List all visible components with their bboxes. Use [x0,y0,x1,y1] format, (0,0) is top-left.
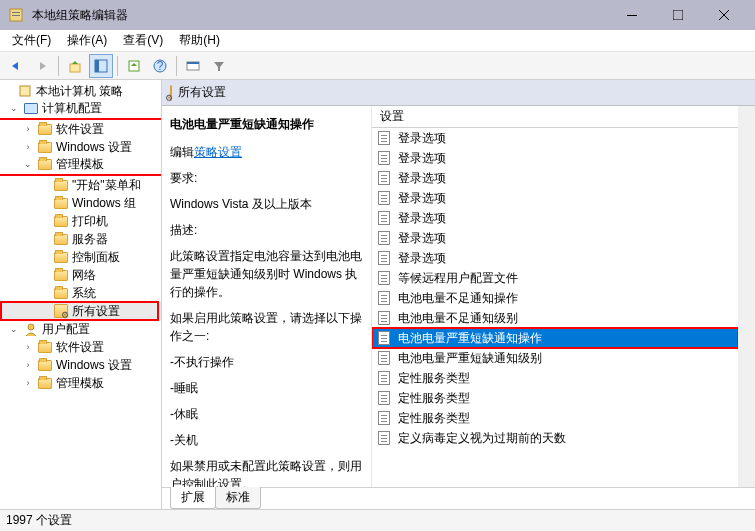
policy-icon [378,211,392,225]
right-pane: 所有设置 电池电量严重短缺通知操作 编辑策略设置 要求: Windows Vis… [162,80,755,509]
separator [58,56,59,76]
tree-label: Windows 设置 [56,139,132,156]
window-title: 本地组策略编辑器 [32,7,609,24]
svg-rect-4 [673,10,683,20]
folder-icon [53,231,69,247]
vertical-scrollbar[interactable] [738,106,755,487]
list-item[interactable]: 登录选项 [372,248,738,268]
show-hide-tree-button[interactable] [89,54,113,78]
tree-item[interactable]: › Windows 设置 [0,138,161,156]
user-icon [23,321,39,337]
opt: -休眠 [170,405,363,423]
edit-policy-link[interactable]: 策略设置 [194,145,242,159]
tree-root[interactable]: 本地计算机 策略 [0,82,161,100]
expander-icon[interactable]: › [22,359,34,371]
folder-icon [37,156,53,172]
navigation-tree[interactable]: 本地计算机 策略 ⌄ 计算机配置 › 软件设置 › Windows 设置 ⌄ 管… [0,80,162,509]
expander-icon[interactable] [2,85,14,97]
list-item[interactable]: 登录选项 [372,148,738,168]
minimize-button[interactable] [609,0,655,30]
list-item[interactable]: 电池电量严重短缺通知操作 [372,328,738,348]
list-item[interactable]: 登录选项 [372,128,738,148]
expander-icon[interactable]: › [22,341,34,353]
expander-icon[interactable]: ⌄ [8,102,20,114]
back-button[interactable] [4,54,28,78]
tree-item[interactable]: 网络 [0,266,161,284]
policy-icon [378,351,392,365]
policy-icon [378,331,392,345]
tree-admin-templates[interactable]: ⌄ 管理模板 [0,156,161,176]
menu-view[interactable]: 查看(V) [115,30,171,51]
policy-icon [378,171,392,185]
folder-icon [37,357,53,373]
tree-item[interactable]: Windows 组 [0,194,161,212]
tree-item[interactable]: 控制面板 [0,248,161,266]
tab-extended[interactable]: 扩展 [170,487,216,509]
tree-item[interactable]: ›管理模板 [0,374,161,392]
tab-standard[interactable]: 标准 [215,487,261,509]
list-item-label: 电池电量严重短缺通知级别 [398,350,542,367]
column-header[interactable]: 设置 [372,106,738,128]
help-button[interactable]: ? [148,54,172,78]
forward-button[interactable] [30,54,54,78]
list-item[interactable]: 电池电量不足通知操作 [372,288,738,308]
list-item[interactable]: 定性服务类型 [372,388,738,408]
expander-icon[interactable]: › [22,141,34,153]
expander-icon[interactable]: › [22,377,34,389]
statusbar: 1997 个设置 [0,509,755,531]
tree-all-settings[interactable]: 所有设置 [0,302,161,320]
list-item[interactable]: 定义病毒定义视为过期前的天数 [372,428,738,448]
expander-icon[interactable]: ⌄ [22,158,34,170]
policy-icon [378,231,392,245]
menu-file[interactable]: 文件(F) [4,30,59,51]
settings-icon [53,303,69,319]
tree-item[interactable]: "开始"菜单和 [0,176,161,194]
settings-list: 设置 登录选项登录选项登录选项登录选项登录选项登录选项登录选项等候远程用户配置文… [372,106,738,487]
separator [117,56,118,76]
folder-icon [37,339,53,355]
list-item-label: 登录选项 [398,230,446,247]
list-item[interactable]: 电池电量不足通知级别 [372,308,738,328]
list-item-label: 等候远程用户配置文件 [398,270,518,287]
status-text: 1997 个设置 [6,512,72,529]
tree-item[interactable]: ›Windows 设置 [0,356,161,374]
svg-rect-9 [95,60,99,72]
tree-item[interactable]: ›软件设置 [0,338,161,356]
tree-computer-config[interactable]: ⌄ 计算机配置 [0,100,161,120]
folder-icon [37,121,53,137]
titlebar: 本地组策略编辑器 [0,0,755,30]
list-item[interactable]: 定性服务类型 [372,368,738,388]
policy-icon [17,83,33,99]
list-item[interactable]: 等候远程用户配置文件 [372,268,738,288]
req-label: 要求: [170,169,363,187]
toolbar-button[interactable] [181,54,205,78]
close-button[interactable] [701,0,747,30]
list-item[interactable]: 登录选项 [372,228,738,248]
list-item[interactable]: 电池电量严重短缺通知级别 [372,348,738,368]
filter-button[interactable] [207,54,231,78]
menu-help[interactable]: 帮助(H) [171,30,228,51]
list-item-label: 电池电量不足通知操作 [398,290,518,307]
tree-label: Windows 设置 [56,357,132,374]
list-item[interactable]: 登录选项 [372,168,738,188]
tree-label: 软件设置 [56,339,104,356]
expander-icon[interactable]: › [22,123,34,135]
list-item[interactable]: 登录选项 [372,188,738,208]
tree-item[interactable]: 打印机 [0,212,161,230]
tree-label: 控制面板 [72,249,120,266]
list-body[interactable]: 登录选项登录选项登录选项登录选项登录选项登录选项登录选项等候远程用户配置文件电池… [372,128,738,487]
up-button[interactable] [63,54,87,78]
list-item-label: 定性服务类型 [398,410,470,427]
tree-item[interactable]: › 软件设置 [0,120,161,138]
list-item[interactable]: 登录选项 [372,208,738,228]
tree-user-config[interactable]: ⌄ 用户配置 [0,320,161,338]
tree-item[interactable]: 服务器 [0,230,161,248]
opt: -不执行操作 [170,353,363,371]
list-item[interactable]: 定性服务类型 [372,408,738,428]
tree-item[interactable]: 系统 [0,284,161,302]
maximize-button[interactable] [655,0,701,30]
export-button[interactable] [122,54,146,78]
menu-action[interactable]: 操作(A) [59,30,115,51]
list-item-label: 电池电量严重短缺通知操作 [398,330,542,347]
expander-icon[interactable]: ⌄ [8,323,20,335]
